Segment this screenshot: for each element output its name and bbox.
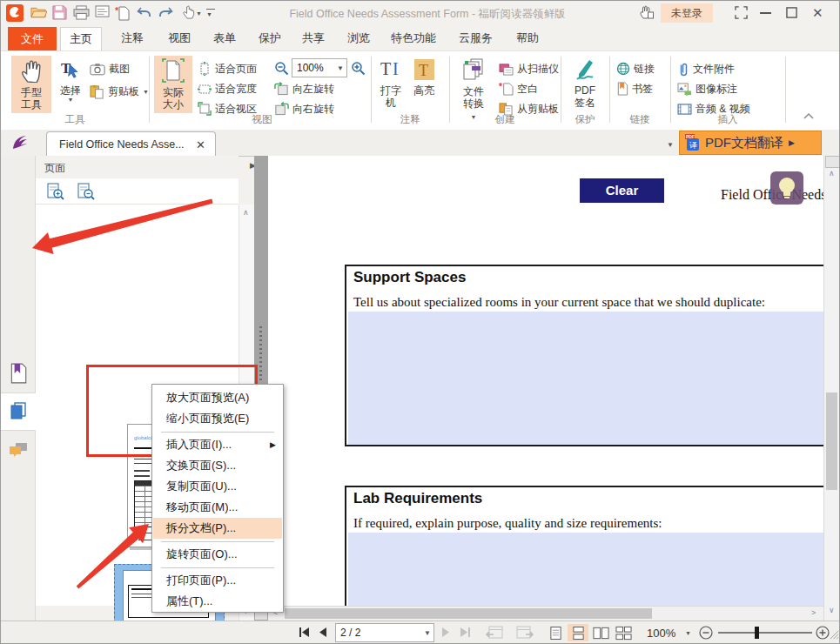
highlight-button[interactable]: T 高亮 xyxy=(408,56,440,113)
pdf-sign-button[interactable]: PDF签名 xyxy=(566,56,604,113)
hand-tool-button[interactable]: 手型工具 xyxy=(11,56,51,113)
continuous-layout-icon[interactable] xyxy=(568,624,588,641)
facing-layout-icon[interactable] xyxy=(590,624,611,641)
v-scroll-up-icon[interactable]: ∧ xyxy=(829,170,835,178)
v-scroll-down-icon[interactable]: ∨ xyxy=(829,607,835,614)
select-tool-button[interactable]: T 选择 ▼ xyxy=(53,56,88,113)
fit-page-button[interactable]: 适合页面 xyxy=(198,60,257,77)
open-file-icon[interactable] xyxy=(30,5,46,21)
menu-tab-features[interactable]: 特色功能 xyxy=(382,27,445,50)
single-page-layout-icon[interactable] xyxy=(545,624,566,641)
clear-form-button[interactable]: Clear xyxy=(580,178,664,203)
menu-item-properties[interactable]: 属性(T)... xyxy=(153,591,282,612)
zoom-out-page-preview-icon[interactable] xyxy=(77,183,95,201)
close-button[interactable]: ✕ xyxy=(812,4,823,22)
menu-item-rotate-pages[interactable]: 旋转页面(O)... xyxy=(153,544,282,565)
bookmark-button[interactable]: 书签 xyxy=(616,80,653,97)
file-attachment-button[interactable]: 文件附件 xyxy=(677,60,735,77)
page-number-combo[interactable]: 2 / 2 ▼ xyxy=(335,623,434,642)
zoom-plus-icon[interactable] xyxy=(816,626,830,640)
reading-brush-icon[interactable] xyxy=(11,134,29,151)
link-button[interactable]: 链接 xyxy=(616,60,655,77)
previous-view-icon[interactable] xyxy=(486,626,503,640)
zoom-out-icon[interactable] xyxy=(274,61,289,76)
document-view[interactable]: Clear Field Office Needs Support Spaces … xyxy=(268,156,823,606)
menu-tab-share[interactable]: 共享 xyxy=(293,27,333,50)
from-scanner-button[interactable]: 从扫描仪 xyxy=(499,60,559,77)
rotate-left-button[interactable]: 向左旋转 xyxy=(274,80,334,97)
zoom-percentage[interactable]: 100% xyxy=(647,627,675,640)
v-scroll-split-handle[interactable] xyxy=(825,156,840,168)
menu-tab-home[interactable]: 主页 xyxy=(60,27,102,50)
menu-tab-comment[interactable]: 注释 xyxy=(112,27,152,50)
print-icon[interactable] xyxy=(73,5,89,21)
snapshot-button[interactable]: 截图 xyxy=(90,60,130,77)
menu-tab-file[interactable]: 文件 xyxy=(8,27,57,50)
zoom-in-icon[interactable] xyxy=(351,61,366,76)
image-annotation-button[interactable]: 图像标注 xyxy=(677,80,737,97)
menu-item-print-pages[interactable]: 打印页面(P)... xyxy=(153,570,282,591)
pages-panel-tab-active[interactable] xyxy=(1,392,36,431)
zoom-slider-thumb[interactable] xyxy=(755,627,759,639)
menu-item-zoom-out-preview[interactable]: 缩小页面预览(E) xyxy=(153,408,282,429)
document-properties-icon[interactable] xyxy=(95,5,111,21)
document-horizontal-scrollbar[interactable]: < > xyxy=(268,606,823,621)
actual-size-button[interactable]: 实际大小 xyxy=(154,56,192,113)
menu-item-split-document[interactable]: 拆分文档(P)... xyxy=(153,518,282,539)
previous-page-icon[interactable] xyxy=(318,627,327,638)
support-spaces-input-field[interactable] xyxy=(348,312,823,445)
document-tab[interactable]: Field Office Needs Asse... ✕ xyxy=(46,131,216,157)
menu-item-swap-pages[interactable]: 交换页面(S)... xyxy=(153,455,282,476)
v-scroll-thumb[interactable] xyxy=(826,392,837,490)
menu-item-move-pages[interactable]: 移动页面(M)... xyxy=(153,497,282,518)
menu-tab-cloud[interactable]: 云服务 xyxy=(450,27,501,50)
save-icon[interactable] xyxy=(52,5,68,21)
menu-item-zoom-in-preview[interactable]: 放大页面预览(A) xyxy=(153,387,282,408)
menu-item-duplicate-pages[interactable]: 复制页面(U)... xyxy=(153,476,282,497)
new-document-icon[interactable]: * xyxy=(115,5,131,21)
zoom-in-page-preview-icon[interactable] xyxy=(46,183,64,201)
blank-page-button[interactable]: * 空白 xyxy=(499,80,538,97)
next-page-icon[interactable] xyxy=(441,627,451,638)
zoom-level-combo[interactable]: 100% ▼ xyxy=(292,58,347,77)
menu-item-insert-pages[interactable]: 插入页面(I)... xyxy=(153,434,282,455)
undo-icon[interactable] xyxy=(137,7,152,23)
lab-requirements-input-field[interactable] xyxy=(348,533,823,606)
login-status-badge[interactable]: 未登录 xyxy=(661,3,713,23)
collapse-ribbon-icon[interactable] xyxy=(803,112,814,119)
menu-tab-help[interactable]: 帮助 xyxy=(507,27,548,50)
tab-overflow-caret[interactable]: ▼ xyxy=(667,141,674,149)
next-view-icon[interactable] xyxy=(516,626,534,640)
menu-tab-view[interactable]: 视图 xyxy=(159,27,199,50)
redo-icon[interactable] xyxy=(158,7,174,23)
hint-lightbulb-icon[interactable] xyxy=(770,171,803,205)
thumbnails-scroll-up-icon[interactable]: ∧ xyxy=(243,209,249,217)
first-page-icon[interactable] xyxy=(298,627,310,638)
hand-tool-dropdown-caret[interactable]: ▼ xyxy=(196,10,202,17)
customize-toolbar-icon[interactable]: ▼ xyxy=(206,9,215,17)
typewriter-button[interactable]: TI 打字机 xyxy=(375,56,407,113)
clipboard-button[interactable]: 剪贴板 ▼ xyxy=(90,83,149,100)
menu-tab-form[interactable]: 表单 xyxy=(205,27,245,50)
close-tab-icon[interactable]: ✕ xyxy=(196,138,215,151)
file-convert-button[interactable]: 文件转换 ▼ xyxy=(454,56,493,113)
pdf-translate-button[interactable]: 译PDF PDF文档翻译 ▶ xyxy=(679,131,822,155)
minimize-button[interactable] xyxy=(760,12,771,14)
h-scroll-right-icon[interactable]: > xyxy=(811,609,816,617)
comments-panel-icon[interactable] xyxy=(9,441,28,460)
continuous-facing-layout-icon[interactable] xyxy=(613,624,634,641)
share-icon[interactable] xyxy=(639,4,655,20)
menu-tab-protect[interactable]: 保护 xyxy=(250,27,290,50)
layout-corners-icon[interactable] xyxy=(735,6,750,22)
zoom-slider-track[interactable] xyxy=(718,632,812,634)
restore-button[interactable] xyxy=(786,7,802,23)
document-vertical-scrollbar[interactable]: ∧ ∨ xyxy=(823,156,839,621)
resize-grip-icon[interactable] xyxy=(830,630,839,640)
zoom-status-caret[interactable]: ▼ xyxy=(685,630,691,636)
zoom-minus-icon[interactable] xyxy=(699,626,713,640)
bookmarks-panel-icon[interactable] xyxy=(9,363,28,382)
menu-tab-browse[interactable]: 浏览 xyxy=(339,27,379,50)
h-scroll-thumb[interactable] xyxy=(285,608,652,619)
last-page-icon[interactable] xyxy=(460,627,472,638)
fit-width-button[interactable]: 适合宽度 xyxy=(198,80,257,97)
